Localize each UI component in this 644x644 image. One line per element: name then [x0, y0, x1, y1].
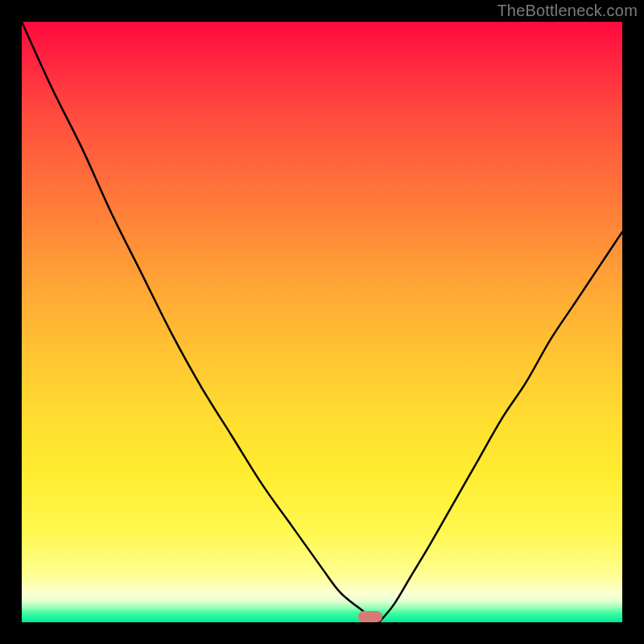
watermark-text: TheBottleneck.com — [497, 2, 638, 20]
optimum-marker — [358, 611, 382, 622]
plot-area — [22, 22, 622, 622]
curve-left-branch — [22, 22, 379, 622]
chart-frame: TheBottleneck.com — [0, 0, 644, 644]
curve-svg — [22, 22, 622, 622]
curve-right-branch — [379, 232, 622, 622]
